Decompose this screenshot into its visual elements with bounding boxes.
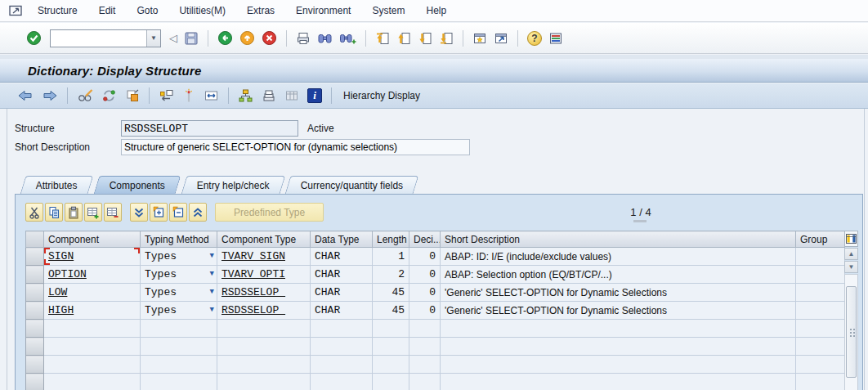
menu-goto[interactable]: Goto [135,2,159,19]
move-up-button[interactable] [189,203,207,222]
table-settings-button[interactable] [844,231,858,247]
component-cell[interactable]: LOW [44,284,141,302]
typing-method-dropdown-icon[interactable]: ▼ [210,307,214,314]
group-cell[interactable] [796,248,845,266]
row-selector[interactable] [26,284,44,302]
data-type-cell[interactable]: CHAR [311,248,373,266]
short-description-cell[interactable]: ABAP: Selection option (EQ/BT/CP/...) [441,266,796,284]
runtime-object-button[interactable] [204,88,219,103]
data-type-cell[interactable]: CHAR [311,266,373,284]
customize-layout-button[interactable] [548,31,563,46]
component-type-cell[interactable]: TVARV_OPTI [217,266,311,284]
structure-field[interactable] [121,120,298,137]
help-button[interactable]: ? [527,31,542,46]
menu-utilities[interactable]: Utilities(M) [177,2,227,19]
component-type-link[interactable]: TVARV_OPTI [221,268,285,280]
short-description-cell[interactable]: ABAP: ID: I/E (include/exclude values) [441,248,796,266]
component-cell[interactable]: OPTION [44,266,141,284]
menu-edit[interactable]: Edit [97,2,118,19]
row-selector[interactable] [26,302,44,320]
decimals-cell[interactable]: 0 [409,248,441,266]
cancel-button[interactable] [262,30,277,46]
back-button[interactable] [217,30,233,46]
exit-button[interactable] [239,30,255,46]
find-button[interactable] [317,31,333,46]
component-type-cell[interactable]: RSDSSELOP_ [217,302,311,320]
column-header-decimals[interactable]: Deci... [409,231,441,248]
scrollbar-down-button[interactable]: ▼ [844,261,858,273]
row-selector[interactable] [26,338,44,356]
insert-line-button[interactable] [150,203,168,222]
paste-button[interactable] [65,203,83,222]
column-header-group[interactable]: Group [796,231,845,248]
component-link[interactable]: HIGH [48,304,74,316]
column-header-short-description[interactable]: Short Description [441,231,796,248]
column-header-data-type[interactable]: Data Type [311,231,373,248]
component-link[interactable]: LOW [48,286,67,298]
append-structure-button[interactable] [262,88,276,103]
select-block-button[interactable] [130,203,148,222]
tab-entry-help-check[interactable]: Entry help/check [181,176,284,194]
typing-method-cell[interactable]: Types▼ [141,302,217,320]
column-header-component[interactable]: Component [44,231,141,248]
column-header-component-type[interactable]: Component Type [217,231,311,248]
typing-method-cell[interactable]: Types▼ [141,284,217,302]
scrollbar-thumb[interactable] [846,286,857,378]
technical-settings-button[interactable]: i [307,88,322,103]
save-button[interactable] [184,31,199,46]
activate-button[interactable] [182,88,195,103]
refresh-button[interactable] [101,88,117,103]
first-page-button[interactable] [375,31,390,46]
hierarchy-button[interactable] [238,88,253,103]
delete-row-button[interactable] [104,203,122,222]
typing-method-cell[interactable]: Types▼ [141,248,217,266]
row-selector[interactable] [26,356,44,374]
previous-page-button[interactable] [396,31,411,46]
display-change-button[interactable] [77,88,93,103]
next-page-button[interactable] [418,31,432,46]
menu-system[interactable]: System [370,2,406,19]
length-cell[interactable]: 1 [373,248,409,266]
create-shortcut-button[interactable] [494,31,508,46]
copy-button[interactable] [45,203,63,222]
length-cell[interactable]: 45 [373,284,409,302]
print-button[interactable] [296,31,311,46]
length-cell[interactable]: 45 [373,302,409,320]
collapse-command-field-button[interactable]: ◁ [169,32,177,44]
row-selector[interactable] [26,320,44,338]
row-selector[interactable] [26,374,44,390]
decimals-cell[interactable]: 0 [409,302,441,320]
last-page-button[interactable] [439,31,454,46]
group-cell[interactable] [796,284,845,302]
select-all-header[interactable] [26,231,44,248]
insert-row-button[interactable] [84,203,102,222]
short-description-cell[interactable]: 'Generic' SELECT-OPTION for Dynamic Sele… [441,284,796,302]
decimals-cell[interactable]: 0 [409,284,441,302]
command-dropdown-icon[interactable]: ▼ [146,30,160,47]
component-type-cell[interactable]: TVARV_SIGN [217,248,311,266]
component-type-link[interactable]: RSDSSELOP_ [221,286,285,298]
where-used-button[interactable] [159,88,174,103]
component-cell[interactable]: HIGH [44,302,141,320]
group-cell[interactable] [796,302,845,320]
copy-object-button[interactable] [125,88,140,103]
typing-method-dropdown-icon[interactable]: ▼ [210,271,214,278]
menu-help[interactable]: Help [424,2,448,19]
command-field[interactable] [51,31,146,46]
menu-structure[interactable]: Structure [36,2,79,19]
typing-method-dropdown-icon[interactable]: ▼ [210,289,214,296]
component-link[interactable]: SIGN [48,250,74,262]
component-link[interactable]: OPTION [48,268,87,280]
group-cell[interactable] [796,266,845,284]
component-cell[interactable]: SIGN [44,248,141,266]
row-selector[interactable] [26,248,44,266]
tab-currency-quantity-fields[interactable]: Currency/quantity fields [285,176,419,194]
component-type-cell[interactable]: RSDSSELOP_ [217,284,311,302]
column-header-length[interactable]: Length [373,231,409,248]
decimals-cell[interactable]: 0 [409,266,441,284]
row-selector[interactable] [26,266,44,284]
length-cell[interactable]: 2 [373,266,409,284]
short-description-cell[interactable]: 'Generic' SELECT-OPTION for Dynamic Sele… [441,302,796,320]
component-type-link[interactable]: TVARV_SIGN [221,250,285,262]
typing-method-dropdown-icon[interactable]: ▼ [210,253,214,260]
